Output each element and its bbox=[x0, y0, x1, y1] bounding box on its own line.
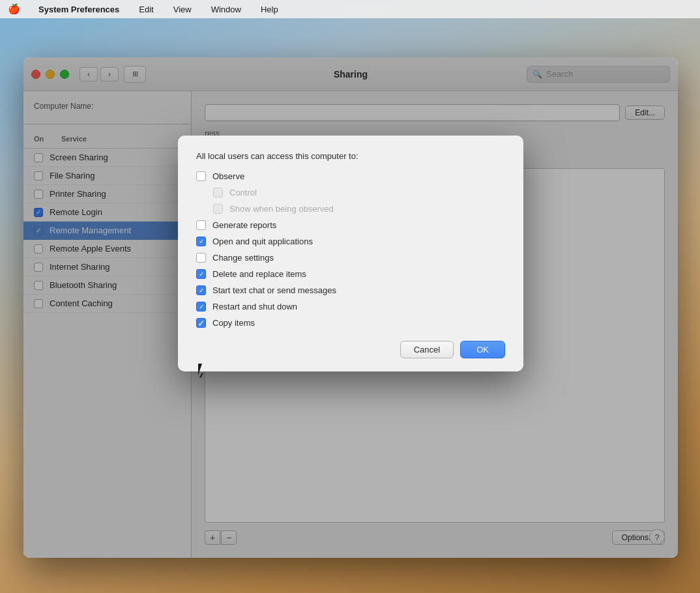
label-restart-shutdown: Restart and shut down bbox=[212, 302, 297, 311]
menu-window[interactable]: Window bbox=[207, 3, 245, 16]
modal-item-control: Control bbox=[213, 188, 505, 197]
modal-item-change-settings: Change settings bbox=[196, 253, 505, 263]
cancel-button[interactable]: Cancel bbox=[400, 341, 454, 358]
modal-item-observe: Observe bbox=[196, 171, 505, 181]
modal-item-delete-replace: ✓ Delete and replace items bbox=[196, 269, 505, 279]
checkbox-copy-items[interactable]: ✓ bbox=[196, 318, 206, 328]
modal-item-open-quit: ✓ Open and quit applications bbox=[196, 237, 505, 246]
apple-logo-icon[interactable]: 🍎 bbox=[8, 3, 20, 15]
checkbox-change-settings[interactable] bbox=[196, 253, 206, 263]
modal-item-show-observed: Show when being observed bbox=[213, 204, 505, 214]
modal-item-restart-shutdown: ✓ Restart and shut down bbox=[196, 302, 505, 311]
modal-item-text-chat: ✓ Start text chat or send messages bbox=[196, 285, 505, 295]
checkbox-observe[interactable] bbox=[196, 171, 206, 181]
menu-view[interactable]: View bbox=[169, 3, 196, 16]
modal-title: All local users can access this computer… bbox=[196, 151, 505, 161]
checkbox-show-observed[interactable] bbox=[213, 204, 223, 214]
main-window: ‹ › ⊞ Sharing 🔍 Search Computer Name: On… bbox=[23, 57, 678, 558]
label-generate-reports: Generate reports bbox=[212, 220, 276, 230]
checkbox-open-quit[interactable]: ✓ bbox=[196, 237, 206, 246]
label-delete-replace: Delete and replace items bbox=[212, 269, 306, 279]
modal-overlay: All local users can access this computer… bbox=[23, 57, 678, 558]
label-show-observed: Show when being observed bbox=[229, 204, 334, 214]
checkbox-restart-shutdown[interactable]: ✓ bbox=[196, 302, 206, 311]
checkbox-generate-reports[interactable] bbox=[196, 220, 206, 230]
label-copy-items: Copy items bbox=[212, 318, 255, 328]
checkbox-delete-replace[interactable]: ✓ bbox=[196, 269, 206, 279]
label-control: Control bbox=[229, 188, 257, 197]
modal-dialog: All local users can access this computer… bbox=[178, 136, 523, 371]
menu-edit[interactable]: Edit bbox=[135, 3, 157, 16]
ok-button[interactable]: OK bbox=[460, 341, 505, 358]
menu-help[interactable]: Help bbox=[257, 3, 282, 16]
label-observe: Observe bbox=[212, 171, 244, 181]
label-text-chat: Start text chat or send messages bbox=[212, 285, 336, 295]
modal-item-copy-items: ✓ Copy items bbox=[196, 318, 505, 328]
checkbox-control[interactable] bbox=[213, 188, 223, 197]
label-open-quit: Open and quit applications bbox=[212, 237, 313, 246]
modal-item-generate-reports: Generate reports bbox=[196, 220, 505, 230]
menu-app-name[interactable]: System Preferences bbox=[35, 3, 123, 16]
checkbox-text-chat[interactable]: ✓ bbox=[196, 285, 206, 295]
label-change-settings: Change settings bbox=[212, 253, 274, 263]
menu-bar: 🍎 System Preferences Edit View Window He… bbox=[0, 0, 700, 18]
modal-buttons: Cancel OK bbox=[196, 341, 505, 358]
